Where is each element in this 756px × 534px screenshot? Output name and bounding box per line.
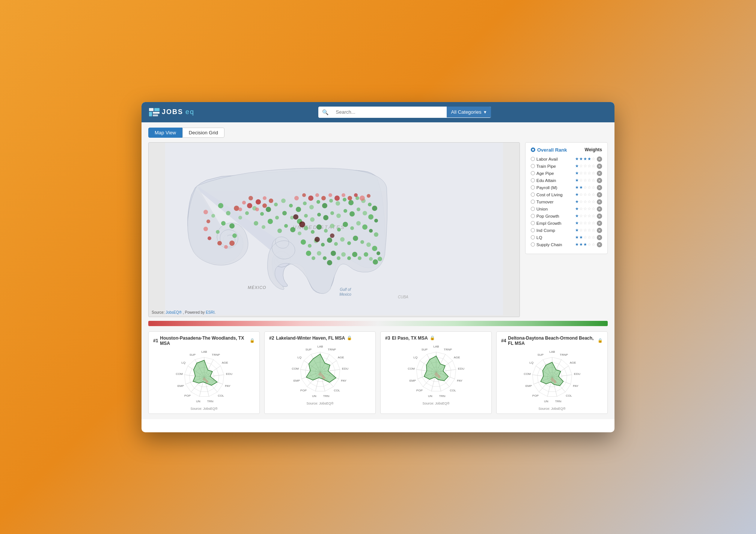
star-1-1[interactable]: ☆	[579, 164, 583, 168]
overall-rank[interactable]: Overall Rank	[531, 147, 567, 153]
remove-criteria-3[interactable]: ✕	[597, 178, 602, 183]
search-input[interactable]	[332, 107, 447, 117]
star-11-0[interactable]: ★	[575, 235, 579, 240]
remove-criteria-8[interactable]: ✕	[597, 214, 602, 219]
star-1-4[interactable]: ☆	[592, 164, 595, 168]
star-2-2[interactable]: ☆	[583, 171, 587, 176]
star-4-3[interactable]: ☆	[587, 185, 591, 190]
star-3-4[interactable]: ☆	[592, 178, 595, 183]
star-7-0[interactable]: ★	[575, 206, 579, 211]
lock-icon-2[interactable]: 🔒	[430, 335, 435, 340]
star-8-2[interactable]: ☆	[583, 214, 587, 218]
star-11-4[interactable]: ☆	[592, 235, 595, 240]
criteria-stars-1[interactable]: ★☆☆☆☆	[575, 164, 595, 168]
criteria-stars-11[interactable]: ★★☆☆☆	[575, 235, 595, 240]
star-2-4[interactable]: ☆	[592, 171, 595, 176]
criteria-stars-8[interactable]: ★☆☆☆☆	[575, 214, 595, 218]
star-5-1[interactable]: ☆	[579, 192, 583, 197]
criteria-stars-3[interactable]: ★☆☆☆☆	[575, 178, 595, 183]
star-0-4[interactable]: ☆	[592, 156, 595, 161]
star-2-3[interactable]: ☆	[587, 171, 591, 176]
criteria-stars-5[interactable]: ★☆☆☆☆	[575, 192, 595, 197]
remove-criteria-9[interactable]: ✕	[597, 221, 602, 226]
star-3-0[interactable]: ★	[575, 178, 579, 183]
star-1-3[interactable]: ☆	[587, 164, 591, 168]
lock-icon-3[interactable]: 🔒	[598, 338, 603, 343]
remove-criteria-4[interactable]: ✕	[597, 185, 602, 190]
star-12-2[interactable]: ★	[583, 242, 587, 247]
remove-criteria-2[interactable]: ✕	[597, 171, 602, 176]
jobseq-link[interactable]: JobsEQ®	[166, 310, 182, 314]
star-6-4[interactable]: ☆	[592, 199, 595, 204]
remove-criteria-12[interactable]: ✕	[597, 242, 602, 247]
star-1-0[interactable]: ★	[575, 164, 579, 168]
star-9-2[interactable]: ☆	[583, 221, 587, 226]
star-12-1[interactable]: ★	[579, 242, 583, 247]
criteria-stars-9[interactable]: ★☆☆☆☆	[575, 221, 595, 226]
criteria-stars-4[interactable]: ★★☆☆☆	[575, 185, 595, 190]
star-8-3[interactable]: ☆	[587, 214, 591, 218]
criteria-radio-0[interactable]	[531, 157, 535, 161]
remove-criteria-1[interactable]: ✕	[597, 164, 602, 169]
star-6-1[interactable]: ☆	[579, 199, 583, 204]
star-5-2[interactable]: ☆	[583, 192, 587, 197]
star-2-1[interactable]: ☆	[579, 171, 583, 176]
star-10-2[interactable]: ☆	[583, 228, 587, 233]
star-4-4[interactable]: ☆	[592, 185, 595, 190]
overall-rank-radio[interactable]	[531, 147, 535, 152]
star-5-0[interactable]: ★	[575, 192, 579, 197]
esri-link[interactable]: ESRI	[206, 310, 214, 314]
star-4-1[interactable]: ★	[579, 185, 583, 190]
criteria-stars-12[interactable]: ★★★☆☆	[575, 242, 595, 247]
star-4-0[interactable]: ★	[575, 185, 579, 190]
criteria-stars-0[interactable]: ★★★★☆	[575, 156, 595, 161]
star-12-0[interactable]: ★	[575, 242, 579, 247]
star-7-4[interactable]: ☆	[592, 206, 595, 211]
criteria-radio-8[interactable]	[531, 214, 535, 218]
criteria-radio-1[interactable]	[531, 164, 535, 168]
remove-criteria-10[interactable]: ✕	[597, 228, 602, 233]
star-7-3[interactable]: ☆	[587, 206, 591, 211]
star-11-3[interactable]: ☆	[587, 235, 591, 240]
star-1-2[interactable]: ☆	[583, 164, 587, 168]
remove-criteria-5[interactable]: ✕	[597, 192, 602, 197]
criteria-radio-3[interactable]	[531, 178, 535, 182]
star-11-1[interactable]: ★	[579, 235, 583, 240]
criteria-radio-12[interactable]	[531, 242, 535, 247]
criteria-stars-2[interactable]: ★☆☆☆☆	[575, 171, 595, 176]
star-9-0[interactable]: ★	[575, 221, 579, 226]
tab-decision-grid[interactable]: Decision Grid	[182, 128, 224, 138]
star-9-4[interactable]: ☆	[592, 221, 595, 226]
star-7-2[interactable]: ☆	[583, 206, 587, 211]
criteria-stars-7[interactable]: ★☆☆☆☆	[575, 206, 595, 211]
remove-criteria-6[interactable]: ✕	[597, 199, 602, 205]
star-0-1[interactable]: ★	[579, 156, 583, 161]
criteria-radio-10[interactable]	[531, 228, 535, 232]
remove-criteria-11[interactable]: ✕	[597, 235, 602, 240]
star-9-1[interactable]: ☆	[579, 221, 583, 226]
star-5-3[interactable]: ☆	[587, 192, 591, 197]
category-select[interactable]: All Categories ▾	[447, 107, 491, 117]
star-2-0[interactable]: ★	[575, 171, 579, 176]
lock-icon-1[interactable]: 🔒	[347, 335, 352, 340]
star-8-1[interactable]: ☆	[579, 214, 583, 218]
criteria-radio-7[interactable]	[531, 207, 535, 211]
star-10-0[interactable]: ★	[575, 228, 579, 233]
star-10-3[interactable]: ☆	[587, 228, 591, 233]
criteria-stars-10[interactable]: ★☆☆☆☆	[575, 228, 595, 233]
star-9-3[interactable]: ☆	[587, 221, 591, 226]
star-5-4[interactable]: ☆	[592, 192, 595, 197]
star-10-4[interactable]: ☆	[592, 228, 595, 233]
criteria-stars-6[interactable]: ★☆☆☆☆	[575, 199, 595, 204]
criteria-radio-11[interactable]	[531, 235, 535, 239]
star-12-3[interactable]: ☆	[587, 242, 591, 247]
criteria-radio-9[interactable]	[531, 221, 535, 225]
star-6-2[interactable]: ☆	[583, 199, 587, 204]
criteria-radio-2[interactable]	[531, 171, 535, 175]
lock-icon-0[interactable]: 🔒	[250, 338, 255, 343]
star-0-2[interactable]: ★	[583, 156, 587, 161]
criteria-radio-5[interactable]	[531, 193, 535, 197]
star-6-0[interactable]: ★	[575, 199, 579, 204]
star-3-3[interactable]: ☆	[587, 178, 591, 183]
tab-map-view[interactable]: Map View	[148, 128, 182, 138]
